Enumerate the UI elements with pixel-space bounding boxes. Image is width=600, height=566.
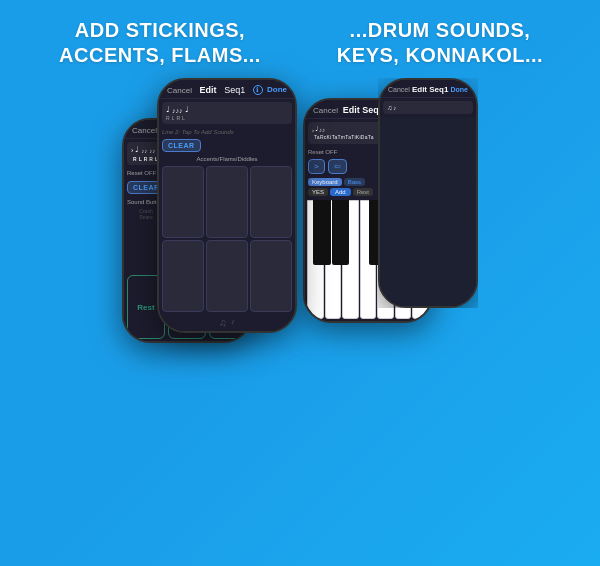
left-front-phone: Cancel Edit Seq1 ℹ Done ♩ ♪♪♪ ♩ <box>157 78 297 333</box>
rest-btn[interactable]: Rest <box>353 188 373 196</box>
f-note-1: ♩ <box>166 105 170 114</box>
note-3: ♪♪ <box>149 148 155 154</box>
cancel-label[interactable]: Cancel <box>132 126 157 135</box>
right-front-phone: Cancel Edit Seq1 Done ♫ ♪ <box>378 78 478 308</box>
rf-notation: ♫ ♪ <box>383 101 473 114</box>
rf-title: Edit Seq1 <box>412 85 448 94</box>
front-done[interactable]: Done <box>267 85 287 94</box>
accent-5[interactable] <box>206 240 248 312</box>
rf-note: ♫ <box>387 104 392 111</box>
accent-2[interactable] <box>206 166 248 238</box>
front-title: Edit <box>200 85 217 95</box>
right-title: ...DRUM SOUNDS, KEYS, KONNAKOL... <box>314 18 566 68</box>
tab-bass[interactable]: Bass <box>344 178 365 186</box>
front-seq1: Seq1 <box>224 85 245 95</box>
tab-keyboard[interactable]: Keyboard <box>308 178 342 186</box>
black-key-1[interactable] <box>313 200 330 265</box>
accent-4[interactable] <box>162 240 204 312</box>
music-icon2: ♪ <box>231 317 235 328</box>
accent-mark: › <box>131 147 133 154</box>
music-icon: ♫ <box>219 317 227 328</box>
left-title: ADD STICKINGS, ACCENTS, FLAMS... <box>34 18 286 68</box>
f-note-2: ♪♪♪ <box>172 107 183 114</box>
rb-title: Edit Seq1 <box>343 105 384 115</box>
accents-grid <box>159 164 295 314</box>
front-info-icon[interactable]: ℹ <box>253 85 263 95</box>
accent-6[interactable] <box>250 240 292 312</box>
phones-area: Cancel Edit Seq1 ℹ Done › ♩ ♪♪ ♪♪ <box>0 78 600 348</box>
rf-done[interactable]: Done <box>451 86 469 93</box>
rf-cancel[interactable]: Cancel <box>388 86 410 93</box>
left-phone-group: Cancel Edit Seq1 ℹ Done › ♩ ♪♪ ♪♪ <box>122 78 297 348</box>
f-note-3: ♩ <box>185 105 189 114</box>
accent-1[interactable] <box>162 166 204 238</box>
front-nav-right: ℹ Done <box>253 85 287 95</box>
note-2: ♪♪ <box>141 148 147 154</box>
right-arrow-back[interactable]: ⇦ <box>328 159 347 174</box>
top-text-area: ADD STICKINGS, ACCENTS, FLAMS... ...DRUM… <box>0 0 600 78</box>
add-btn[interactable]: Add <box>330 188 351 196</box>
front-cancel[interactable]: Cancel <box>167 86 192 95</box>
right-phone-group: Cancel Edit Seq1 ℹ Done › ♩ ♪♪ <box>303 78 478 348</box>
right-arrow-fwd[interactable]: > <box>308 159 325 174</box>
right-headline: ...DRUM SOUNDS, KEYS, KONNAKOL... <box>314 18 566 68</box>
front-clear-btn[interactable]: CLEAR <box>162 139 201 152</box>
r-note1: ♩ <box>315 125 318 133</box>
rf-navbar: Cancel Edit Seq1 Done <box>380 80 476 98</box>
left-headline: ADD STICKINGS, ACCENTS, FLAMS... <box>34 18 286 68</box>
rf-note2: ♪ <box>393 105 396 111</box>
yes-btn[interactable]: YES <box>308 188 328 196</box>
r-note2: ♪♪ <box>319 127 325 133</box>
black-key-2[interactable] <box>332 200 349 265</box>
accent-3[interactable] <box>250 166 292 238</box>
rb-cancel[interactable]: Cancel <box>313 106 338 115</box>
left-front-screen: Cancel Edit Seq1 ℹ Done ♩ ♪♪♪ ♩ <box>159 80 295 331</box>
accents-label: Accents/Flams/Diddles <box>159 154 295 164</box>
right-front-screen: Cancel Edit Seq1 Done ♫ ♪ <box>380 80 476 306</box>
bottom-icons: ♫ ♪ <box>159 314 295 331</box>
front-navbar: Cancel Edit Seq1 ℹ Done <box>159 80 295 99</box>
front-controls: CLEAR <box>159 137 295 154</box>
rf-body <box>380 117 476 306</box>
front-notation: ♩ ♪♪♪ ♩ R L R L <box>162 102 292 124</box>
r-acc: › <box>312 127 314 133</box>
page-container: ADD STICKINGS, ACCENTS, FLAMS... ...DRUM… <box>0 0 600 348</box>
note-1: ♩ <box>135 145 139 154</box>
line2-hint: Line 2: Tap To Add Sounds <box>159 127 295 137</box>
